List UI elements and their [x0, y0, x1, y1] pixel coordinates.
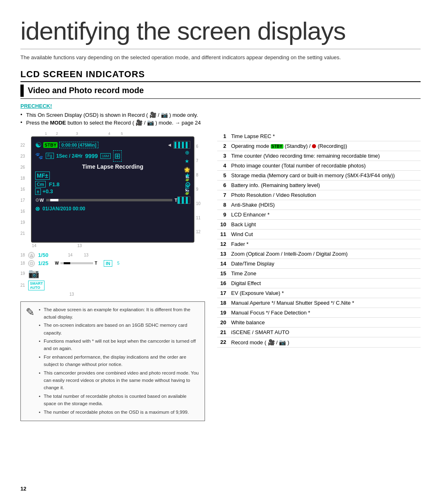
indicator-text-11: Wind Cut	[229, 229, 421, 239]
num-1: 1	[45, 132, 47, 136]
num-4: 4	[108, 132, 110, 136]
indicator-text-18: Manual Aperture */ Manual Shutter Speed …	[229, 298, 421, 308]
indicator-num-17: 17	[217, 288, 229, 298]
indicator-num-10: 10	[217, 219, 229, 229]
note-2: The on-screen indicators are based on an…	[39, 321, 200, 337]
cm-icon: Cm	[35, 181, 46, 187]
time-counter: 0:00:00 [475Min]	[59, 142, 98, 148]
indicator-row-2: 2Operating mode STBY (Standby) / (Record…	[217, 141, 421, 151]
num-22: 22	[20, 143, 29, 147]
indicator-num-7: 7	[217, 190, 229, 200]
note-7: The number of recordable photos on the O…	[39, 408, 200, 416]
main-content: 1 2 3 4 5 22 23 26 18 16 17 16 19	[20, 132, 421, 421]
indicator-text-22: Record mode ( 🎥 / 📷 )	[229, 337, 421, 347]
indicator-num-20: 20	[217, 317, 229, 327]
ev-icon: ±	[35, 188, 41, 195]
indicator-text-16: Digital Effect	[229, 278, 421, 288]
zoom-indicator	[50, 199, 58, 201]
indicator-num-12: 12	[217, 239, 229, 249]
sec-display: 1Sec / 24Hr	[56, 153, 83, 159]
note-4: For enhanced performance, the display in…	[39, 353, 200, 368]
subsection-bar: Video and Photo record mode	[20, 85, 421, 99]
indicator-row-7: 7Photo Resolution / Video Resolution	[217, 190, 421, 200]
note-3: Functions marked with * will not be kept…	[39, 337, 200, 352]
zoom-bar-row: ⚙ W T ▌▌▌	[35, 196, 190, 204]
section-title: LCD SCREEN INDICATORS	[20, 69, 421, 82]
indicator-num-21: 21	[217, 327, 229, 337]
screen-overlay: ☯ STBY 0:00:00 [475Min] ◄ ▌▌▌▌ 🐾 Fg 1Sec…	[32, 137, 194, 242]
camera-screen-wrapper: 1 2 3 4 5 22 23 26 18 16 17 16 19	[20, 132, 205, 248]
camera-screen: ☯ STBY 0:00:00 [475Min] ◄ ▌▌▌▌ 🐾 Fg 1Sec…	[31, 136, 194, 243]
zoom-bar-2	[60, 262, 93, 264]
battery-right: ▌▌▌	[177, 196, 190, 204]
indicator-table: 1Time Lapse REC *2Operating mode STBY (S…	[217, 132, 421, 348]
screen-top-row: ☯ STBY 0:00:00 [475Min] ◄ ▌▌▌▌	[35, 140, 190, 149]
num-26: 26	[20, 165, 29, 169]
indicator-num-18: 18	[217, 298, 229, 308]
res-box: 16M	[100, 153, 111, 159]
screen-row2: 🐾 Fg 1Sec / 24Hr 9999 16M ⊞	[35, 150, 190, 162]
indicator-num-22: 22	[217, 337, 229, 347]
indicator-row-21: 21iSCENE / SMART AUTO	[217, 327, 421, 337]
res-icon: ⊞	[113, 150, 122, 162]
gear-icon: ⚙	[35, 197, 40, 203]
compass-icon: ⊗	[35, 205, 40, 212]
photo-icon: 📷	[28, 268, 39, 279]
indicator-num-2: 2	[217, 141, 229, 151]
smart-auto-label: SMARTAUTO	[28, 281, 45, 290]
shutter-row-2: 18 □ 1/25 W T IN 5	[20, 260, 205, 267]
indicator-text-8: Anti-Shake (HDIS)	[229, 200, 421, 210]
num-17: 17	[20, 198, 29, 203]
note-1: The above screen is an example for expla…	[39, 306, 200, 321]
indicator-text-5: Storage media (Memory card or built-in m…	[229, 170, 421, 180]
indicator-num-14: 14	[217, 259, 229, 268]
wind-cut-icon: 🍃	[184, 175, 190, 181]
num-19: 19	[20, 220, 29, 225]
hdis-icon: ⊕	[185, 149, 189, 156]
precheck-label: PRECHECK!	[20, 103, 421, 109]
backlight-icon: 🌟	[184, 167, 190, 173]
indicator-num-3: 3	[217, 151, 229, 161]
num-10-right: 10	[196, 201, 205, 206]
notes-list: The above screen is an example for expla…	[39, 306, 200, 416]
indicator-text-7: Photo Resolution / Video Resolution	[229, 190, 421, 200]
indicator-text-13: Zoom (Optical Zoom / Intelli-Zoom / Digi…	[229, 249, 421, 259]
right-panel: 1Time Lapse REC *2Operating mode STBY (S…	[217, 132, 421, 421]
lcd-icon: ★	[185, 158, 189, 164]
indicator-row-16: 16Digital Effect	[217, 278, 421, 288]
shutter-val-2: 1/25	[38, 260, 48, 266]
num-9-right: 9	[196, 187, 205, 192]
indicator-num-1: 1	[217, 132, 229, 141]
indicator-text-20: White balance	[229, 317, 421, 327]
shutter-row-1: 18 △ 1/50 14 13	[20, 252, 205, 259]
num-5-bottom: 5	[117, 261, 120, 265]
indicator-text-2: Operating mode STBY (Standby) / (Recordi…	[229, 141, 421, 151]
page-number: 12	[20, 486, 26, 492]
num-5: 5	[121, 132, 123, 136]
smart-auto-row: 21 SMARTAUTO	[20, 281, 205, 290]
timelapse-box: Fg	[46, 153, 54, 159]
play-icon: ◄	[167, 142, 172, 148]
f-value: F1.8	[49, 181, 60, 187]
indicator-row-22: 22Record mode ( 🎥 / 📷 )	[217, 337, 421, 347]
indicator-text-21: iSCENE / SMART AUTO	[229, 327, 421, 337]
indicator-row-3: 3Time counter (Video recording time: rem…	[217, 151, 421, 161]
indicator-row-14: 14Date/Time Display	[217, 259, 421, 268]
fvalue-row: Cm F1.8 ⊙	[35, 181, 190, 188]
zoom-w-label: W	[40, 198, 44, 203]
indicator-num-15: 15	[217, 268, 229, 278]
subsection-title: Video and Photo record mode	[28, 86, 144, 95]
zoom-bar	[46, 199, 172, 201]
below-screen: 18 △ 1/50 14 13 18 □ 1/25 W T IN	[20, 252, 205, 297]
indicator-num-9: 9	[217, 210, 229, 219]
date-row: ⊗ 01/JAN/2010 00:00	[35, 205, 190, 212]
photo-count: 9999	[85, 153, 98, 159]
indicator-row-5: 5Storage media (Memory card or built-in …	[217, 170, 421, 180]
photo-row: 19 📷	[20, 268, 205, 279]
precheck-item-1: This On Screen Display (OSD) is shown in…	[20, 112, 421, 118]
indicator-row-4: 4Photo image counter (Total number of re…	[217, 161, 421, 170]
zoom-bar-row-2: W T	[55, 261, 97, 265]
num-2: 2	[56, 132, 58, 136]
timelapse-text: Time Lapse Recording	[35, 163, 190, 170]
indicator-row-6: 6Battery info. (Remaining battery level)	[217, 180, 421, 190]
